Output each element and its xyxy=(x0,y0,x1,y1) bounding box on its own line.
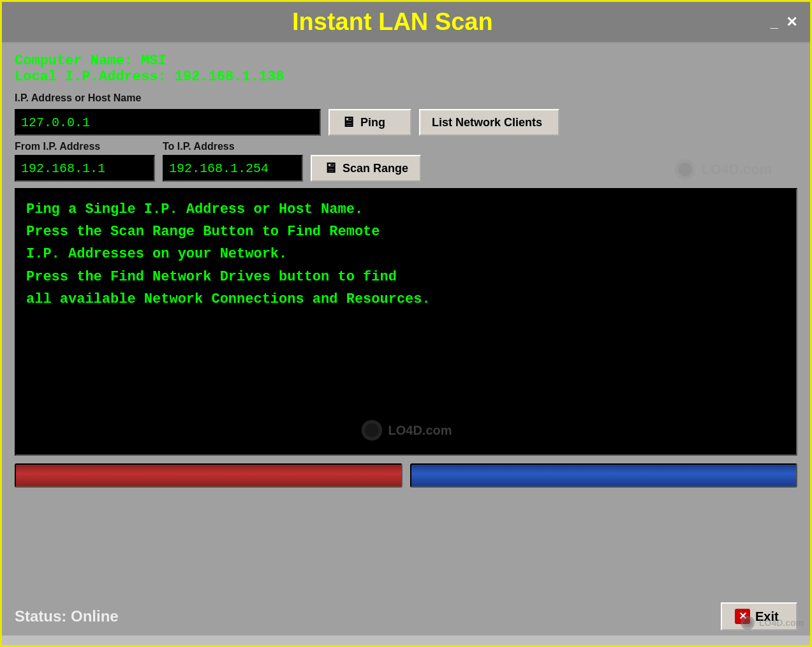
row-1: 🖥 Ping List Network Clients xyxy=(15,109,797,136)
watermark-top-text: LO4D.com xyxy=(702,161,772,178)
scan-range-icon: 🖥 xyxy=(323,160,337,177)
output-watermark-text: LO4D.com xyxy=(388,423,452,438)
scan-range-label: Scan Range xyxy=(343,162,408,175)
to-ip-label: To I.P. Address xyxy=(163,141,303,152)
output-area: Ping a Single I.P. Address or Host Name.… xyxy=(15,188,797,456)
status-text: Status: Online xyxy=(15,607,119,625)
ping-button[interactable]: 🖥 Ping xyxy=(328,109,411,136)
list-network-label: List Network Clients xyxy=(432,116,542,129)
output-text: Ping a Single I.P. Address or Host Name.… xyxy=(26,198,786,310)
minimize-button[interactable]: _ xyxy=(771,15,778,29)
ping-icon: 🖥 xyxy=(341,114,355,131)
from-ip-label: From I.P. Address xyxy=(15,141,155,152)
progress-bar-blue xyxy=(410,463,798,488)
watermark-bottom-text: LO4D.com xyxy=(759,618,804,628)
to-field: To I.P. Address xyxy=(163,141,303,182)
list-network-button[interactable]: List Network Clients xyxy=(419,109,559,136)
local-ip: Local I.P.Address: 192.168.1.138 xyxy=(15,69,797,85)
output-line-6: Press the Find Network Drives button to … xyxy=(26,266,786,288)
output-line-1: Ping a Single I.P. Address or Host Name. xyxy=(26,198,786,221)
ip-host-label: I.P. Address or Host Name xyxy=(15,92,797,104)
ip-host-input[interactable] xyxy=(15,109,321,136)
output-watermark: LO4D.com xyxy=(360,419,452,442)
window-controls: _ ✕ xyxy=(771,15,797,29)
output-line-4: I.P. Addresses on your Network. xyxy=(26,243,786,265)
to-ip-input[interactable] xyxy=(163,155,303,182)
computer-name: Computer Name: MSI xyxy=(15,53,797,69)
scan-range-button[interactable]: 🖥 Scan Range xyxy=(311,155,421,182)
ping-label: Ping xyxy=(360,116,385,129)
output-line-7: all available Network Connections and Re… xyxy=(26,288,786,310)
from-ip-input[interactable] xyxy=(15,155,155,182)
bottom-bar: Status: Online ✕ Exit xyxy=(2,595,810,636)
svg-point-5 xyxy=(743,618,752,627)
main-content: LO4D.com Computer Name: MSI Local I.P.Ad… xyxy=(2,43,810,636)
progress-section xyxy=(15,463,797,488)
output-line-3: Press the Scan Range Button to Find Remo… xyxy=(26,221,786,243)
from-field: From I.P. Address xyxy=(15,141,155,182)
svg-point-1 xyxy=(678,163,692,177)
watermark-top-right: LO4D.com xyxy=(674,158,772,181)
computer-info: Computer Name: MSI Local I.P.Address: 19… xyxy=(15,53,797,85)
watermark-bottom-right: LO4D.com xyxy=(740,615,804,630)
title-bar: Instant LAN Scan _ ✕ xyxy=(2,2,810,43)
from-to-group: From I.P. Address To I.P. Address xyxy=(15,141,303,182)
close-button[interactable]: ✕ xyxy=(786,15,797,29)
progress-bar-red xyxy=(15,463,402,488)
svg-point-3 xyxy=(365,423,379,437)
app-title: Instant LAN Scan xyxy=(15,8,771,36)
